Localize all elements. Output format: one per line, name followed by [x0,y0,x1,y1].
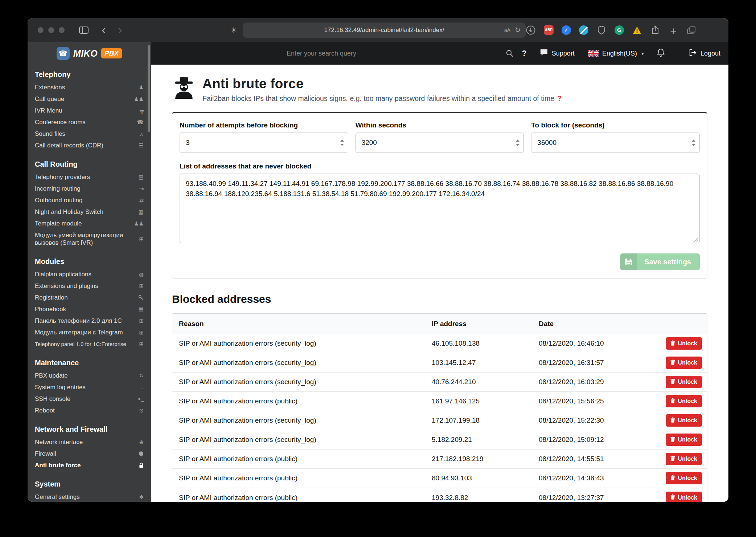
help-icon[interactable]: ? [522,49,526,58]
sidebar-item-label: Extensions and plugins [35,282,139,290]
logout-button[interactable]: Logout [678,49,720,58]
support-button[interactable]: Support [540,49,575,58]
sidebar-item-system-log-entries[interactable]: System log entries ≣ [28,382,151,393]
sidebar-item-label: Registration [35,294,138,301]
logo[interactable]: ☎ MIKO PBX [28,42,151,65]
users-icon: ♟♟ [134,220,144,227]
sidebar-section-modules: Modules Dialplan applications ◍ Extensio… [28,257,151,350]
reload-icon[interactable]: ↻ [515,26,521,34]
address-bar[interactable]: 172.16.32.49/admin-cabinet/fail2-ban/ind… [243,23,526,38]
sidebar-item-telephony-panel-1c[interactable]: Telephony panel 1.0 for 1C:Enterprise ⊞ [28,338,151,350]
new-tab-icon[interactable]: + [668,25,678,35]
ip-cell: 46.105.108.138 [425,339,532,347]
ip-cell: 217.182.198.219 [425,455,532,463]
search-input[interactable] [286,49,504,58]
grammarly-extension-icon[interactable]: G [615,25,624,35]
sidebar-item-conference-rooms[interactable]: Conference rooms ☎ [28,117,151,128]
appearance-extension-icon[interactable]: ☀ [230,26,237,34]
unlock-label: Unlock [678,456,697,462]
reason-cell: SIP or AMI authorization errors (securit… [172,416,425,424]
block-for-stepper[interactable] [692,139,695,146]
sidebar-item-incoming-routing[interactable]: Incoming routing ⇥ [28,183,151,195]
tab-overview-icon[interactable] [686,25,697,35]
sidebar-item-label: PBX update [35,372,139,379]
within-seconds-stepper[interactable] [516,139,519,146]
adblock-extension-icon[interactable]: ABP [544,25,554,35]
checkmark-extension-icon[interactable]: ✓ [562,25,571,35]
block-for-input[interactable] [531,133,700,153]
sidebar-item-call-queue[interactable]: Call queue ♟♟ [28,93,151,105]
browser-window: ‹ › ☀ 172.16.32.49/admin-cabinet/fail2-b… [28,18,728,502]
attempts-input[interactable] [180,133,348,153]
attempts-stepper[interactable] [340,139,344,146]
sidebar-item-template-module[interactable]: Template module ♟♟ [28,218,151,229]
sidebar-item-label: Outbound routing [35,196,139,204]
reason-cell: SIP or AMI authorization errors (public) [172,494,425,502]
sidebar-item-extensions-and-plugins[interactable]: Extensions and plugins ⊞ [28,280,151,292]
sidebar-item-telegram-module[interactable]: Модуль интеграции с Telegram ⊞ [28,327,151,338]
browser-sidebar-toggle-icon[interactable] [79,27,89,34]
content-blocker-extension-icon[interactable] [579,25,588,35]
ip-cell: 193.32.8.82 [425,494,532,502]
within-seconds-input[interactable] [356,133,524,153]
sidebar-item-dialplan-applications[interactable]: Dialplan applications ◍ [28,269,151,280]
attempts-label: Number of attempts before blocking [180,121,348,129]
unlock-button[interactable]: Unlock [666,472,702,484]
sidebar-item-network-interface[interactable]: Network interface ⊕ [28,436,151,448]
sidebar-item-reboot[interactable]: Reboot ⊙ [28,405,151,416]
notifications-bell-icon[interactable] [657,48,665,58]
sidebar-item-panel-1c[interactable]: Панель телефонии 2.0 для 1С ⊞ [28,315,151,327]
search-icon[interactable] [506,49,514,57]
back-button[interactable]: ‹ [102,23,106,37]
trash-icon [670,475,675,482]
chevron-down-icon: ▾ [641,50,644,56]
sidebar-item-anti-brute-force[interactable]: Anti brute force [28,460,151,471]
unlock-button[interactable]: Unlock [666,337,702,350]
sidebar-item-sound-files[interactable]: Sound files ♫ [28,128,151,140]
unlock-button[interactable]: Unlock [666,434,702,446]
window-close-button[interactable] [38,27,44,33]
sidebar-scrollbar[interactable] [148,45,150,132]
table-header: Reason IP address Date [172,314,707,334]
whitelist-textarea[interactable]: 93.188.40.99 149.11.34.27 149.11.44.91 6… [180,174,700,243]
sidebar-item-ssh-console[interactable]: SSH console >_ [28,393,151,405]
module-icon: ⊞ [139,329,144,336]
sidebar-item-extensions[interactable]: Extensions ♟ [28,82,151,93]
sidebar-item-smart-ivr[interactable]: Модуль умной маршрутизации вызовов (Smar… [28,229,151,249]
sidebar-item-telephony-providers[interactable]: Telephony providers ▤ [28,171,151,183]
sidebar-section-maintenance: Maintenance PBX update ↻ System log entr… [28,359,151,416]
share-icon[interactable] [650,25,660,35]
sidebar-item-general-settings[interactable]: General settings ✻ [28,491,151,502]
unlock-button[interactable]: Unlock [666,376,702,388]
column-header-ip: IP address [425,320,532,328]
sidebar-item-pbx-update[interactable]: PBX update ↻ [28,370,151,382]
forward-button[interactable]: › [118,23,122,37]
unlock-button[interactable]: Unlock [666,414,702,427]
window-zoom-button[interactable] [59,27,65,33]
subtitle-help-icon[interactable]: ? [557,94,562,102]
sidebar-item-cdr[interactable]: Call detail records (CDR) ☰ [28,140,151,151]
unlock-button[interactable]: Unlock [666,492,702,502]
key-icon [138,295,144,300]
sidebar-item-registration[interactable]: Registration [28,292,151,304]
unlock-button[interactable]: Unlock [666,357,702,369]
shield-icon [139,451,144,457]
sidebar-item-firewall[interactable]: Firewall [28,448,151,460]
text-size-icon[interactable]: aA [504,27,510,33]
ip-cell: 103.145.12.47 [425,359,532,367]
sidebar-item-phonebook[interactable]: Phonebook ▤ [28,304,151,315]
window-minimize-button[interactable] [48,27,54,33]
unlock-button[interactable]: Unlock [666,453,702,465]
sidebar-item-night-holiday-switch[interactable]: Night and Holiday Switch ▦ [28,206,151,218]
save-settings-button[interactable]: Save settings [620,253,700,270]
trash-icon [670,494,675,501]
sidebar-item-outbound-routing[interactable]: Outbound routing ⇄ [28,195,151,206]
sidebar-item-ivr-menu[interactable]: IVR Menu ╦ [28,105,151,117]
language-selector[interactable]: English(US) ▾ [588,50,644,57]
sidebar-item-label: Incoming routing [35,185,139,192]
downloads-icon[interactable] [526,25,536,35]
resize-grip[interactable] [694,237,698,242]
privacy-shield-icon[interactable] [596,25,607,35]
unlock-button[interactable]: Unlock [666,395,702,407]
warning-extension-icon[interactable] [632,25,642,35]
